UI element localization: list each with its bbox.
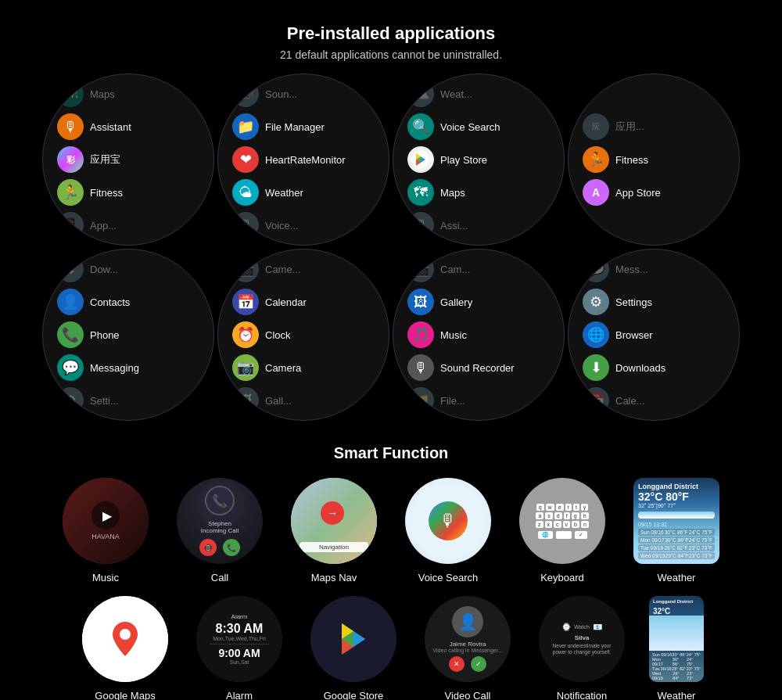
list-item: 💬 Mess... bbox=[583, 256, 725, 282]
list-item: 彩 应用宝 bbox=[57, 146, 199, 173]
smart-item-music: ▶ HAVANA Music bbox=[55, 478, 156, 583]
smart-item-googlestore: Google Store bbox=[303, 596, 404, 700]
app-icon-maps2: 🗺 bbox=[407, 179, 434, 206]
list-item: ❤ HeartRateMonitor bbox=[232, 146, 375, 173]
list-item: 📁 File... bbox=[407, 387, 550, 414]
keyboard-preview: q w e r t y a s d f g h bbox=[519, 478, 605, 564]
call-preview: 📞 StephenIncoming Call 📵 📞 bbox=[177, 478, 263, 564]
app-icon-downloads: ⬇ bbox=[583, 354, 609, 381]
list-item: 🗺 Maps bbox=[407, 179, 550, 206]
app-icon-playstore bbox=[407, 146, 434, 173]
app-icon-cale-faded: 📅 bbox=[583, 387, 609, 414]
app-icon-cam-faded: 📷 bbox=[232, 256, 259, 282]
app-icon-browser: 🌐 bbox=[583, 321, 609, 348]
app-icon-settings: ⚙ bbox=[583, 289, 609, 315]
app-icon-app-faded: 📱 bbox=[57, 212, 84, 239]
watch-circle-7: 📷 Cam... 🖼 Gallery 🎵 Music 🎙 Sound Recor… bbox=[393, 249, 565, 421]
notification-preview: ⌚ Watch 📧 Silva Never underestimate your… bbox=[539, 596, 625, 682]
app-icon-fitness2: 🏃 bbox=[583, 146, 609, 173]
app-icon-contacts: 👤 bbox=[57, 289, 84, 315]
mapsnav-preview: → Navigation bbox=[291, 478, 377, 564]
page-title: Pre-installed applications bbox=[0, 0, 782, 44]
app-icon-voicesearch: 🔍 bbox=[407, 113, 434, 140]
app-icon-fitness: 🏃 bbox=[57, 179, 84, 206]
app-icon-voice-faded: 🎙 bbox=[232, 212, 259, 239]
videocall-preview: 👤 Jaime Rovira Video calling in Messenge… bbox=[425, 596, 511, 682]
app-icon-weather-faded: ⛅ bbox=[407, 81, 434, 107]
list-item: 🔊 Soun... bbox=[232, 81, 375, 107]
app-icon-heartrate: ❤ bbox=[232, 146, 259, 173]
app-icon-yingyongbao: 彩 bbox=[57, 146, 84, 173]
watch-circle-4: 应 应用... 🏃 Fitness A App Store bbox=[568, 74, 740, 246]
list-item: 应 应用... bbox=[583, 113, 725, 140]
app-icon-down-faded: ⬇ bbox=[57, 256, 84, 282]
smart-label-voicesearch: Voice Search bbox=[418, 572, 479, 583]
list-item: 📱 App... bbox=[57, 212, 199, 239]
app-icon-gall-faded: 🖼 bbox=[232, 387, 259, 414]
smart-item-googlemaps: Google Maps bbox=[74, 596, 176, 700]
page-header: Pre-installed applications 21 default ap… bbox=[0, 0, 782, 61]
list-item: Play Store bbox=[407, 146, 550, 173]
list-item: A App Store bbox=[583, 179, 725, 206]
app-icon-file-faded: 📁 bbox=[407, 387, 434, 414]
list-item: 🎙 Sound Recorder bbox=[407, 354, 550, 381]
app-icon-weather: 🌤 bbox=[232, 179, 259, 206]
list-item: ⛅ Weat... bbox=[407, 81, 550, 107]
smart-label-keyboard: Keyboard bbox=[540, 572, 584, 583]
list-item: 🎙 Voice... bbox=[232, 212, 375, 239]
app-icon-assi-faded: 🎙 bbox=[407, 212, 434, 239]
smart-label-weather: Weather bbox=[658, 572, 696, 583]
app-icon-maps-faded: 🗺 bbox=[57, 81, 84, 107]
app-icon-clock: ⏰ bbox=[232, 321, 259, 348]
app-icon-ying-faded: 应 bbox=[583, 113, 609, 140]
watch-circle-8: 💬 Mess... ⚙ Settings 🌐 Browser ⬇ Downloa… bbox=[568, 249, 740, 421]
app-icon-mess-faded: 💬 bbox=[583, 256, 609, 282]
app-icon-phone: 📞 bbox=[57, 321, 84, 348]
list-item: 📷 Camera bbox=[232, 354, 375, 381]
googlemaps-preview bbox=[82, 596, 168, 682]
list-item: 🎙 Assistant bbox=[57, 113, 199, 140]
app-icon-settings-faded: ⚙ bbox=[57, 387, 84, 414]
app-icon-gallery: 🖼 bbox=[407, 289, 434, 315]
smart-grid: ▶ HAVANA Music 📞 StephenIncoming Call 📵 … bbox=[16, 478, 766, 700]
list-item: 🌐 Browser bbox=[583, 321, 725, 348]
list-item: 🖼 Gall... bbox=[232, 387, 375, 414]
list-item: 🖼 Gallery bbox=[407, 289, 550, 315]
app-icon-cam2-faded: 📷 bbox=[407, 256, 434, 282]
smart-item-mapsnav: → Navigation Maps Nav bbox=[283, 478, 385, 583]
list-item: 📁 File Manager bbox=[232, 113, 375, 140]
list-item: ⚙ Setti... bbox=[57, 387, 199, 414]
smart-label-music: Music bbox=[92, 572, 119, 583]
watch-circle-5: ⬇ Dow... 👤 Contacts 📞 Phone 💬 Messaging … bbox=[42, 249, 214, 421]
smart-item-alarm: Alarm 8:30 AM Mon,Tue,Wed,Thu,Fri 9:00 A… bbox=[188, 596, 290, 700]
list-item: 🎙 Assi... bbox=[407, 212, 550, 239]
app-icon-soundrecorder: 🎙 bbox=[407, 354, 434, 381]
list-item: ⚙ Settings bbox=[583, 289, 725, 315]
smart-label-notification: Notification bbox=[557, 690, 607, 700]
smart-item-weather2: Longgand District 32°C Sun 09/1630° 86°2… bbox=[645, 596, 708, 700]
list-item: 📅 Calendar bbox=[232, 289, 375, 315]
app-icon-calendar: 📅 bbox=[232, 289, 259, 315]
smart-label-call: Call bbox=[211, 572, 228, 583]
music-preview: ▶ HAVANA bbox=[63, 478, 149, 564]
app-icon-appstore: A bbox=[583, 179, 609, 206]
smart-item-voicesearch: 🎙 Voice Search bbox=[397, 478, 499, 583]
list-item: 📞 Phone bbox=[57, 321, 199, 348]
app-icon-filemanager: 📁 bbox=[232, 113, 259, 140]
smart-item-videocall: 👤 Jaime Rovira Video calling in Messenge… bbox=[417, 596, 518, 700]
watch-grid: 🗺 Maps 🎙 Assistant 彩 应用宝 🏃 Fitness 📱 App… bbox=[0, 74, 782, 421]
app-icon-messaging: 💬 bbox=[57, 354, 84, 381]
list-item: 🎵 Music bbox=[407, 321, 550, 348]
watch-circle-1: 🗺 Maps 🎙 Assistant 彩 应用宝 🏃 Fitness 📱 App… bbox=[42, 74, 214, 246]
list-item: 🏃 Fitness bbox=[57, 179, 199, 206]
smart-item-notification: ⌚ Watch 📧 Silva Never underestimate your… bbox=[531, 596, 633, 700]
list-item: 🔍 Voice Search bbox=[407, 113, 550, 140]
list-item: ⬇ Downloads bbox=[583, 354, 725, 381]
svg-marker-3 bbox=[421, 156, 425, 163]
watch-circle-2: 🔊 Soun... 📁 File Manager ❤ HeartRateMoni… bbox=[217, 74, 389, 246]
smart-item-weather: Longgand District 32°C 80°F 32° 25°|90° … bbox=[626, 478, 727, 583]
voicesearch-preview: 🎙 bbox=[405, 478, 491, 564]
app-icon-sound-faded: 🔊 bbox=[232, 81, 259, 107]
smart-label-googlemaps: Google Maps bbox=[95, 690, 155, 700]
list-item: 📅 Cale... bbox=[583, 387, 725, 414]
